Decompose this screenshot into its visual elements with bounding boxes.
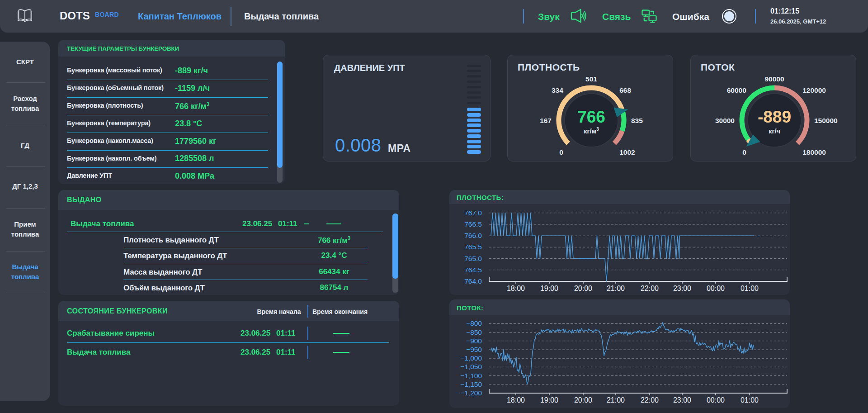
svg-text:23:00: 23:00 <box>673 396 691 404</box>
svg-text:−850: −850 <box>466 328 482 336</box>
svg-text:−1,100: −1,100 <box>460 372 482 380</box>
svg-text:01:00: 01:00 <box>741 285 759 292</box>
svg-text:19:00: 19:00 <box>540 396 558 404</box>
svg-text:764.0: 764.0 <box>464 277 482 285</box>
svg-text:23:00: 23:00 <box>673 285 691 292</box>
svg-text:766.5: 766.5 <box>464 220 482 228</box>
svg-text:835: 835 <box>631 117 643 124</box>
svg-text:90000: 90000 <box>764 75 784 83</box>
svg-text:20:00: 20:00 <box>574 396 592 404</box>
svg-text:-889: -889 <box>758 108 791 126</box>
svg-text:22:00: 22:00 <box>641 396 659 404</box>
svg-text:18:00: 18:00 <box>507 285 525 292</box>
svg-text:00:00: 00:00 <box>707 285 725 292</box>
svg-text:−800: −800 <box>466 319 482 327</box>
svg-text:764.5: 764.5 <box>464 266 482 274</box>
svg-text:767.0: 767.0 <box>464 209 482 217</box>
svg-text:150000: 150000 <box>814 117 838 124</box>
svg-text:765.5: 765.5 <box>464 243 482 251</box>
svg-text:01:00: 01:00 <box>741 396 759 404</box>
svg-text:−1,050: −1,050 <box>460 363 482 370</box>
svg-text:334: 334 <box>552 86 563 94</box>
svg-text:кг/ч: кг/ч <box>769 128 780 135</box>
svg-text:501: 501 <box>585 75 597 83</box>
svg-text:−900: −900 <box>466 337 482 345</box>
svg-text:120000: 120000 <box>802 86 826 94</box>
svg-text:180000: 180000 <box>802 148 826 156</box>
svg-text:1002: 1002 <box>619 148 635 156</box>
svg-text:ПЛОТНОСТЬ: ПЛОТНОСТЬ <box>518 62 580 72</box>
svg-text:19:00: 19:00 <box>540 285 558 292</box>
svg-text:−950: −950 <box>466 346 482 353</box>
svg-text:766: 766 <box>577 108 605 126</box>
svg-text:0: 0 <box>559 148 563 156</box>
svg-text:21:00: 21:00 <box>607 285 625 292</box>
svg-text:167: 167 <box>540 117 552 124</box>
svg-text:0: 0 <box>742 148 746 156</box>
svg-text:60000: 60000 <box>727 86 746 94</box>
svg-text:766.0: 766.0 <box>464 232 482 239</box>
svg-text:22:00: 22:00 <box>641 285 659 292</box>
svg-text:30000: 30000 <box>715 117 735 124</box>
svg-text:20:00: 20:00 <box>574 285 592 292</box>
svg-text:18:00: 18:00 <box>507 396 525 404</box>
svg-text:765.0: 765.0 <box>464 255 482 262</box>
svg-text:−1,000: −1,000 <box>460 354 482 362</box>
svg-text:21:00: 21:00 <box>607 396 625 404</box>
svg-text:ПОТОК: ПОТОК <box>701 62 735 72</box>
svg-text:−1,200: −1,200 <box>460 389 482 397</box>
svg-text:00:00: 00:00 <box>707 396 725 404</box>
svg-text:668: 668 <box>619 86 631 94</box>
svg-text:−1,150: −1,150 <box>460 380 482 388</box>
